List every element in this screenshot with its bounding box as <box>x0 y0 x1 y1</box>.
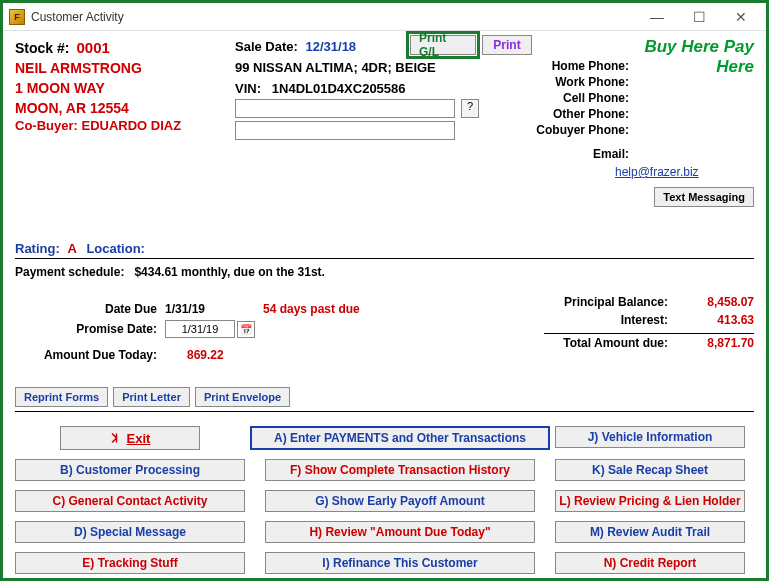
print-letter-button[interactable]: Print Letter <box>113 387 190 407</box>
field-help-button[interactable]: ? <box>461 99 479 118</box>
show-early-payoff-button[interactable]: G) Show Early Payoff Amount <box>265 490 535 512</box>
general-contact-activity-button[interactable]: C) General Contact Activity <box>15 490 245 512</box>
customer-processing-button[interactable]: B) Customer Processing <box>15 459 245 481</box>
balances-block: Principal Balance: 8,458.07 Interest: 41… <box>544 295 754 351</box>
sale-recap-sheet-button[interactable]: K) Sale Recap Sheet <box>555 459 745 481</box>
enter-payments-button[interactable]: A) Enter PAYMENTS and Other Transactions <box>250 426 550 450</box>
vin-label: VIN: <box>235 81 261 96</box>
rating-row: Rating: A Location: <box>15 241 754 259</box>
reprint-forms-button[interactable]: Reprint Forms <box>15 387 108 407</box>
review-audit-trail-button[interactable]: M) Review Audit Trail <box>555 521 745 543</box>
cobuyer-phone-label: Cobuyer Phone: <box>499 123 629 137</box>
text-messaging-button[interactable]: Text Messaging <box>654 187 754 207</box>
cobuyer-name: EDUARDO DIAZ <box>81 118 181 133</box>
print-envelope-button[interactable]: Print Envelope <box>195 387 290 407</box>
cell-phone-label: Cell Phone: <box>499 91 629 105</box>
review-pricing-lien-button[interactable]: L) Review Pricing & Lien Holder <box>555 490 745 512</box>
email-label: Email: <box>593 147 629 161</box>
payment-schedule-label: Payment schedule: <box>15 265 124 279</box>
stock-number: 0001 <box>77 39 110 56</box>
exit-label: Exit <box>127 431 151 446</box>
location-label: Location: <box>86 241 145 256</box>
promise-date-label: Promise Date: <box>15 322 165 336</box>
print-button[interactable]: Print <box>482 35 532 55</box>
vehicle-description: 99 NISSAN ALTIMA; 4DR; BEIGE <box>235 60 479 75</box>
rating-label: Rating: <box>15 241 60 256</box>
address-line-2: MOON, AR 12554 <box>15 100 235 116</box>
minimize-button[interactable]: — <box>636 4 678 30</box>
payment-schedule-text: $434.61 monthly, due on the 31st. <box>134 265 325 279</box>
amount-due-today-label: Amount Due Today: <box>15 348 165 362</box>
date-due-value: 1/31/19 <box>165 302 235 316</box>
maximize-button[interactable]: ☐ <box>678 4 720 30</box>
past-due-text: 54 days past due <box>263 302 360 316</box>
tracking-stuff-button[interactable]: E) Tracking Stuff <box>15 552 245 574</box>
total-amount-due-value: 8,871.70 <box>684 336 754 351</box>
address-line-1: 1 MOON WAY <box>15 80 235 96</box>
special-message-button[interactable]: D) Special Message <box>15 521 245 543</box>
vehicle-information-button[interactable]: J) Vehicle Information <box>555 426 745 448</box>
rating-value: A <box>67 241 76 256</box>
principal-balance-value: 8,458.07 <box>684 295 754 313</box>
review-amount-due-button[interactable]: H) Review "Amount Due Today" <box>265 521 535 543</box>
app-icon: F <box>9 9 25 25</box>
stock-label: Stock #: <box>15 40 69 56</box>
titlebar: F Customer Activity — ☐ ✕ <box>3 3 766 31</box>
sale-date-value: 12/31/18 <box>306 39 357 54</box>
show-transaction-history-button[interactable]: F) Show Complete Transaction History <box>265 459 535 481</box>
refinance-customer-button[interactable]: I) Refinance This Customer <box>265 552 535 574</box>
date-due-label: Date Due <box>15 302 165 316</box>
sale-date-label: Sale Date: <box>235 39 298 54</box>
email-link[interactable]: help@frazer.biz <box>615 165 699 179</box>
buy-here-pay-here-label: Buy Here Pay Here <box>629 37 754 77</box>
vin-value: 1N4DL01D4XC205586 <box>272 81 406 96</box>
close-button[interactable]: ✕ <box>720 4 762 30</box>
credit-report-button[interactable]: N) Credit Report <box>555 552 745 574</box>
note-input-1[interactable] <box>235 99 455 118</box>
promise-date-input[interactable] <box>165 320 235 338</box>
amount-due-today-value: 869.22 <box>187 348 224 362</box>
interest-value: 413.63 <box>684 313 754 331</box>
exit-button[interactable]: Exit <box>60 426 200 450</box>
total-amount-due-label: Total Amount due: <box>544 336 684 351</box>
note-input-2[interactable] <box>235 121 455 140</box>
calendar-icon[interactable]: 📅 <box>237 321 255 338</box>
cobuyer-label: Co-Buyer: <box>15 118 78 133</box>
print-gl-button[interactable]: Print G/L <box>410 35 476 55</box>
exit-icon <box>110 432 123 444</box>
work-phone-label: Work Phone: <box>499 75 629 89</box>
customer-name: NEIL ARMSTRONG <box>15 60 235 76</box>
other-phone-label: Other Phone: <box>499 107 629 121</box>
window-title: Customer Activity <box>31 10 124 24</box>
interest-label: Interest: <box>544 313 684 331</box>
principal-balance-label: Principal Balance: <box>544 295 684 313</box>
home-phone-label: Home Phone: <box>499 59 629 73</box>
